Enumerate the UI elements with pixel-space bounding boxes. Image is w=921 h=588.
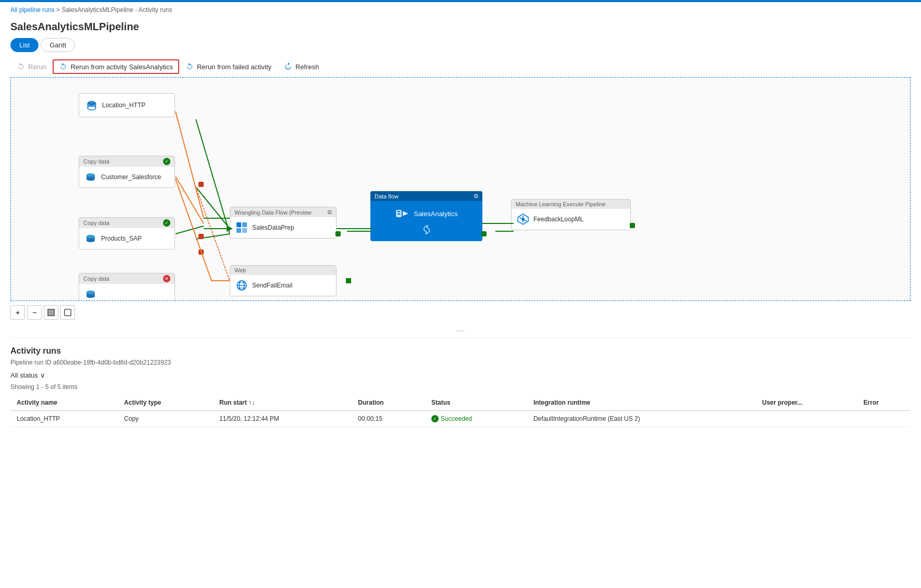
db-icon bbox=[84, 171, 97, 183]
node-sales-data-prep-header: Wrangling Data Flow (Preview ⧉ bbox=[230, 207, 336, 217]
breadcrumb-separator: > bbox=[55, 6, 62, 14]
activity-table: Activity name Activity type Run start ↑↓… bbox=[10, 395, 911, 427]
svg-rect-13 bbox=[95, 104, 96, 108]
svg-line-49 bbox=[176, 226, 204, 234]
svg-rect-28 bbox=[237, 222, 241, 227]
svg-rect-52 bbox=[52, 310, 54, 312]
svg-point-42 bbox=[521, 218, 525, 221]
rerun-from-activity-button[interactable]: Rerun from activity SalesAnalytics bbox=[53, 59, 179, 74]
rerun-icon bbox=[17, 62, 25, 71]
rerun-from-failed-button[interactable]: Rerun from failed activity bbox=[179, 59, 278, 74]
pipeline-run-id: Pipeline run ID a600eabe-19fb-4d0b-bd8d-… bbox=[10, 359, 911, 366]
cell-activity-type: Copy bbox=[118, 411, 213, 427]
col-error: Error bbox=[857, 395, 911, 411]
node-copy-data-3-header: Copy data ✕ bbox=[79, 273, 175, 284]
cell-run-start: 11/5/20, 12:12:44 PM bbox=[213, 411, 352, 427]
node-sales-data-prep[interactable]: Wrangling Data Flow (Preview ⧉ SalesData… bbox=[230, 207, 337, 239]
zoom-out-button[interactable]: − bbox=[27, 305, 42, 320]
table-row[interactable]: Location_HTTP Copy 11/5/20, 12:12:44 PM … bbox=[10, 411, 911, 427]
status-filter-dropdown[interactable]: All status ∨ bbox=[10, 371, 45, 379]
svg-point-18 bbox=[86, 178, 95, 181]
check-circle-icon: ✓ bbox=[431, 415, 439, 422]
node-products-sap-status: ✓ bbox=[163, 219, 170, 227]
activity-section: Activity runs Pipeline run ID a600eabe-1… bbox=[0, 338, 921, 435]
http-icon bbox=[85, 99, 98, 111]
canvas-controls: + − bbox=[0, 301, 921, 324]
table-header: Activity name Activity type Run start ↑↓… bbox=[10, 395, 911, 411]
refresh-button[interactable]: Refresh bbox=[278, 59, 326, 74]
rerun-activity-icon bbox=[59, 62, 67, 71]
svg-rect-54 bbox=[52, 313, 54, 315]
svg-point-19 bbox=[86, 173, 95, 177]
svg-point-22 bbox=[86, 239, 95, 242]
node-location-http-label: Location_HTTP bbox=[102, 102, 145, 109]
node-sales-analytics-header: Data flow ⧉ bbox=[370, 191, 482, 201]
node-copy-data-3[interactable]: Copy data ✕ bbox=[79, 273, 175, 301]
node-feedback-loop-ml[interactable]: Machine Learning Execute Pipeline Feedba… bbox=[511, 199, 631, 230]
svg-rect-51 bbox=[49, 310, 51, 312]
reset-view-button[interactable] bbox=[60, 305, 75, 320]
table-body: Location_HTTP Copy 11/5/20, 12:12:44 PM … bbox=[10, 411, 911, 427]
node-customer-salesforce[interactable]: Copy data ✓ Customer_Salesforce bbox=[79, 156, 175, 188]
zoom-in-button[interactable]: + bbox=[10, 305, 25, 320]
col-integration-runtime: Integration runtime bbox=[527, 395, 756, 411]
svg-rect-29 bbox=[242, 222, 247, 227]
svg-marker-38 bbox=[403, 211, 408, 216]
node-feedback-loop-ml-label: FeedbackLoopML bbox=[533, 216, 583, 223]
svg-point-23 bbox=[86, 235, 95, 238]
node-customer-salesforce-status: ✓ bbox=[163, 158, 170, 165]
svg-rect-53 bbox=[49, 313, 51, 315]
rerun-failed-icon bbox=[185, 62, 194, 71]
db3-icon bbox=[84, 288, 97, 301]
resize-handle[interactable]: — bbox=[0, 324, 921, 337]
dataflow-icon bbox=[395, 206, 409, 221]
col-status: Status bbox=[425, 395, 527, 411]
node-products-sap[interactable]: Copy data ✓ Products_SAP bbox=[79, 217, 175, 249]
fit-view-button[interactable] bbox=[44, 305, 58, 320]
node-send-fail-email-header: Web bbox=[230, 266, 336, 275]
svg-rect-40 bbox=[397, 214, 401, 215]
node-location-http[interactable]: Location_HTTP bbox=[79, 93, 175, 117]
node-sales-analytics[interactable]: Data flow ⧉ SalesAnalytics bbox=[370, 191, 482, 241]
breadcrumb: All pipeline runs > SalesAnalyticsMLPipe… bbox=[0, 2, 921, 18]
svg-rect-55 bbox=[65, 309, 71, 316]
cell-user-props bbox=[756, 411, 857, 427]
svg-line-46 bbox=[525, 220, 527, 221]
activity-title: Activity runs bbox=[10, 346, 911, 356]
col-activity-type: Activity type bbox=[118, 395, 213, 411]
svg-line-0 bbox=[196, 119, 230, 234]
pipeline-canvas: Location_HTTP Copy data ✓ Customer_Sales… bbox=[10, 77, 911, 301]
col-run-start: Run start ↑↓ bbox=[213, 395, 352, 411]
svg-rect-12 bbox=[88, 104, 89, 108]
svg-rect-39 bbox=[397, 211, 401, 212]
node-customer-salesforce-label: Customer_Salesforce bbox=[101, 173, 161, 181]
rerun-button[interactable]: Rerun bbox=[10, 59, 53, 74]
fit-view-icon bbox=[47, 309, 55, 316]
node-sales-data-prep-label: SalesDataPrep bbox=[252, 224, 294, 231]
svg-line-1 bbox=[196, 187, 230, 229]
node-send-fail-email[interactable]: Web SendFailEmail bbox=[230, 265, 337, 296]
cell-integration-runtime: DefaultIntegrationRuntime (East US 2) bbox=[527, 411, 756, 427]
cell-status: ✓ Succeeded bbox=[425, 411, 527, 427]
sync-icon bbox=[422, 225, 431, 234]
col-activity-name: Activity name bbox=[10, 395, 118, 411]
page-title: SalesAnalyticsMLPipeline bbox=[0, 18, 921, 38]
node-feedback-loop-ml-header: Machine Learning Execute Pipeline bbox=[512, 199, 630, 209]
breadcrumb-current: SalesAnalyticsMLPipeline - Activity runs bbox=[61, 6, 172, 14]
node-copy-data-3-status: ✕ bbox=[163, 275, 170, 282]
svg-rect-31 bbox=[242, 228, 247, 233]
reset-view-icon bbox=[64, 309, 71, 316]
svg-point-27 bbox=[86, 291, 95, 294]
db2-icon bbox=[84, 232, 97, 245]
breadcrumb-link[interactable]: All pipeline runs bbox=[10, 6, 55, 14]
node-send-fail-email-label: SendFailEmail bbox=[252, 282, 292, 289]
globe-icon bbox=[235, 279, 248, 292]
tab-gantt[interactable]: Gantt bbox=[41, 38, 75, 52]
node-sales-analytics-label: SalesAnalytics bbox=[414, 210, 458, 218]
ml-icon bbox=[517, 213, 529, 226]
filter-row: All status ∨ bbox=[10, 371, 911, 379]
tab-list[interactable]: List bbox=[10, 38, 39, 52]
node-products-sap-label: Products_SAP bbox=[101, 235, 142, 242]
tabs-row: List Gantt bbox=[0, 38, 921, 52]
cell-duration: 00:00:15 bbox=[352, 411, 425, 427]
